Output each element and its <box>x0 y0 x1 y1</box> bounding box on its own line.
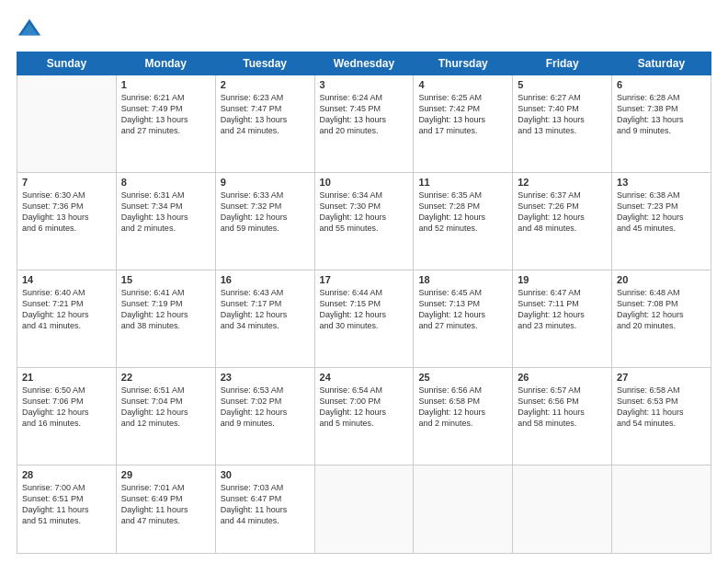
calendar-cell: 2Sunrise: 6:23 AM Sunset: 7:47 PM Daylig… <box>215 75 314 173</box>
calendar-cell: 17Sunrise: 6:44 AM Sunset: 7:15 PM Dayli… <box>314 270 414 367</box>
day-number: 12 <box>518 177 607 188</box>
cell-content: Sunrise: 6:41 AM Sunset: 7:19 PM Dayligh… <box>121 287 210 332</box>
cell-content: Sunrise: 6:28 AM Sunset: 7:38 PM Dayligh… <box>617 92 706 137</box>
calendar-cell: 13Sunrise: 6:38 AM Sunset: 7:23 PM Dayli… <box>612 172 711 270</box>
day-number: 9 <box>221 177 310 188</box>
calendar-cell: 16Sunrise: 6:43 AM Sunset: 7:17 PM Dayli… <box>215 270 314 367</box>
day-number: 15 <box>121 274 210 285</box>
day-number: 21 <box>22 372 111 383</box>
day-number: 20 <box>617 274 706 285</box>
cell-content: Sunrise: 6:54 AM Sunset: 7:00 PM Dayligh… <box>320 385 409 430</box>
day-number: 27 <box>617 372 706 383</box>
cell-content: Sunrise: 7:00 AM Sunset: 6:51 PM Dayligh… <box>22 482 111 527</box>
cell-content: Sunrise: 6:48 AM Sunset: 7:08 PM Dayligh… <box>617 287 706 332</box>
cell-content: Sunrise: 6:23 AM Sunset: 7:47 PM Dayligh… <box>221 92 310 137</box>
calendar-cell: 4Sunrise: 6:25 AM Sunset: 7:42 PM Daylig… <box>414 75 513 173</box>
calendar-cell: 14Sunrise: 6:40 AM Sunset: 7:21 PM Dayli… <box>17 270 117 367</box>
cell-content: Sunrise: 6:44 AM Sunset: 7:15 PM Dayligh… <box>320 287 409 332</box>
day-number: 6 <box>617 79 706 90</box>
calendar-cell <box>513 465 612 553</box>
header-saturday: Saturday <box>612 52 711 75</box>
header <box>17 17 711 42</box>
calendar-cell: 11Sunrise: 6:35 AM Sunset: 7:28 PM Dayli… <box>414 172 513 270</box>
day-number: 11 <box>418 177 507 188</box>
cell-content: Sunrise: 6:27 AM Sunset: 7:40 PM Dayligh… <box>518 92 607 137</box>
cell-content: Sunrise: 6:35 AM Sunset: 7:28 PM Dayligh… <box>418 190 507 235</box>
calendar-cell: 15Sunrise: 6:41 AM Sunset: 7:19 PM Dayli… <box>116 270 215 367</box>
calendar-cell: 30Sunrise: 7:03 AM Sunset: 6:47 PM Dayli… <box>215 465 314 553</box>
cell-content: Sunrise: 6:50 AM Sunset: 7:06 PM Dayligh… <box>22 385 111 430</box>
cell-content: Sunrise: 7:01 AM Sunset: 6:49 PM Dayligh… <box>121 482 210 527</box>
calendar-cell: 24Sunrise: 6:54 AM Sunset: 7:00 PM Dayli… <box>314 367 414 465</box>
cell-content: Sunrise: 6:57 AM Sunset: 6:56 PM Dayligh… <box>518 385 607 430</box>
cell-content: Sunrise: 6:24 AM Sunset: 7:45 PM Dayligh… <box>320 92 409 137</box>
calendar-cell: 1Sunrise: 6:21 AM Sunset: 7:49 PM Daylig… <box>116 75 215 173</box>
cell-content: Sunrise: 7:03 AM Sunset: 6:47 PM Dayligh… <box>221 482 310 527</box>
cell-content: Sunrise: 6:34 AM Sunset: 7:30 PM Dayligh… <box>320 190 409 235</box>
day-number: 5 <box>518 79 607 90</box>
day-number: 1 <box>121 79 210 90</box>
logo <box>17 17 46 42</box>
cell-content: Sunrise: 6:33 AM Sunset: 7:32 PM Dayligh… <box>221 190 310 235</box>
calendar-cell: 27Sunrise: 6:58 AM Sunset: 6:53 PM Dayli… <box>612 367 711 465</box>
header-friday: Friday <box>513 52 612 75</box>
day-number: 29 <box>121 469 210 480</box>
calendar-cell: 10Sunrise: 6:34 AM Sunset: 7:30 PM Dayli… <box>314 172 414 270</box>
day-number: 23 <box>221 372 310 383</box>
calendar-cell <box>414 465 513 553</box>
calendar-cell <box>612 465 711 553</box>
cell-content: Sunrise: 6:40 AM Sunset: 7:21 PM Dayligh… <box>22 287 111 332</box>
calendar-cell: 23Sunrise: 6:53 AM Sunset: 7:02 PM Dayli… <box>215 367 314 465</box>
day-number: 4 <box>418 79 507 90</box>
header-tuesday: Tuesday <box>215 52 314 75</box>
cell-content: Sunrise: 6:21 AM Sunset: 7:49 PM Dayligh… <box>121 92 210 137</box>
calendar-cell: 9Sunrise: 6:33 AM Sunset: 7:32 PM Daylig… <box>215 172 314 270</box>
calendar-cell: 25Sunrise: 6:56 AM Sunset: 6:58 PM Dayli… <box>414 367 513 465</box>
calendar-cell: 18Sunrise: 6:45 AM Sunset: 7:13 PM Dayli… <box>414 270 513 367</box>
calendar-cell: 29Sunrise: 7:01 AM Sunset: 6:49 PM Dayli… <box>116 465 215 553</box>
day-number: 10 <box>320 177 409 188</box>
calendar-cell: 8Sunrise: 6:31 AM Sunset: 7:34 PM Daylig… <box>116 172 215 270</box>
day-number: 19 <box>518 274 607 285</box>
day-number: 3 <box>320 79 409 90</box>
header-sunday: Sunday <box>17 52 117 75</box>
calendar-cell <box>17 75 117 173</box>
calendar-cell: 20Sunrise: 6:48 AM Sunset: 7:08 PM Dayli… <box>612 270 711 367</box>
calendar-cell: 3Sunrise: 6:24 AM Sunset: 7:45 PM Daylig… <box>314 75 414 173</box>
cell-content: Sunrise: 6:43 AM Sunset: 7:17 PM Dayligh… <box>221 287 310 332</box>
day-number: 30 <box>221 469 310 480</box>
day-number: 7 <box>22 177 111 188</box>
day-number: 14 <box>22 274 111 285</box>
calendar-cell: 19Sunrise: 6:47 AM Sunset: 7:11 PM Dayli… <box>513 270 612 367</box>
cell-content: Sunrise: 6:47 AM Sunset: 7:11 PM Dayligh… <box>518 287 607 332</box>
calendar-cell: 5Sunrise: 6:27 AM Sunset: 7:40 PM Daylig… <box>513 75 612 173</box>
cell-content: Sunrise: 6:37 AM Sunset: 7:26 PM Dayligh… <box>518 190 607 235</box>
cell-content: Sunrise: 6:53 AM Sunset: 7:02 PM Dayligh… <box>221 385 310 430</box>
week-row-1: 1Sunrise: 6:21 AM Sunset: 7:49 PM Daylig… <box>17 75 711 173</box>
calendar-table: Sunday Monday Tuesday Wednesday Thursday… <box>17 52 711 554</box>
cell-content: Sunrise: 6:45 AM Sunset: 7:13 PM Dayligh… <box>418 287 507 332</box>
calendar-cell: 26Sunrise: 6:57 AM Sunset: 6:56 PM Dayli… <box>513 367 612 465</box>
calendar-cell: 22Sunrise: 6:51 AM Sunset: 7:04 PM Dayli… <box>116 367 215 465</box>
day-number: 26 <box>518 372 607 383</box>
day-number: 18 <box>418 274 507 285</box>
cell-content: Sunrise: 6:51 AM Sunset: 7:04 PM Dayligh… <box>121 385 210 430</box>
cell-content: Sunrise: 6:58 AM Sunset: 6:53 PM Dayligh… <box>617 385 706 430</box>
calendar-cell: 12Sunrise: 6:37 AM Sunset: 7:26 PM Dayli… <box>513 172 612 270</box>
day-number: 25 <box>418 372 507 383</box>
cell-content: Sunrise: 6:30 AM Sunset: 7:36 PM Dayligh… <box>22 190 111 235</box>
day-number: 2 <box>221 79 310 90</box>
cell-content: Sunrise: 6:25 AM Sunset: 7:42 PM Dayligh… <box>418 92 507 137</box>
header-monday: Monday <box>116 52 215 75</box>
calendar-cell: 28Sunrise: 7:00 AM Sunset: 6:51 PM Dayli… <box>17 465 117 553</box>
day-number: 22 <box>121 372 210 383</box>
week-row-3: 14Sunrise: 6:40 AM Sunset: 7:21 PM Dayli… <box>17 270 711 367</box>
header-wednesday: Wednesday <box>314 52 414 75</box>
week-row-4: 21Sunrise: 6:50 AM Sunset: 7:06 PM Dayli… <box>17 367 711 465</box>
calendar-cell: 7Sunrise: 6:30 AM Sunset: 7:36 PM Daylig… <box>17 172 117 270</box>
week-row-2: 7Sunrise: 6:30 AM Sunset: 7:36 PM Daylig… <box>17 172 711 270</box>
cell-content: Sunrise: 6:38 AM Sunset: 7:23 PM Dayligh… <box>617 190 706 235</box>
calendar-cell: 6Sunrise: 6:28 AM Sunset: 7:38 PM Daylig… <box>612 75 711 173</box>
weekday-header-row: Sunday Monday Tuesday Wednesday Thursday… <box>17 52 711 75</box>
calendar-cell: 21Sunrise: 6:50 AM Sunset: 7:06 PM Dayli… <box>17 367 117 465</box>
